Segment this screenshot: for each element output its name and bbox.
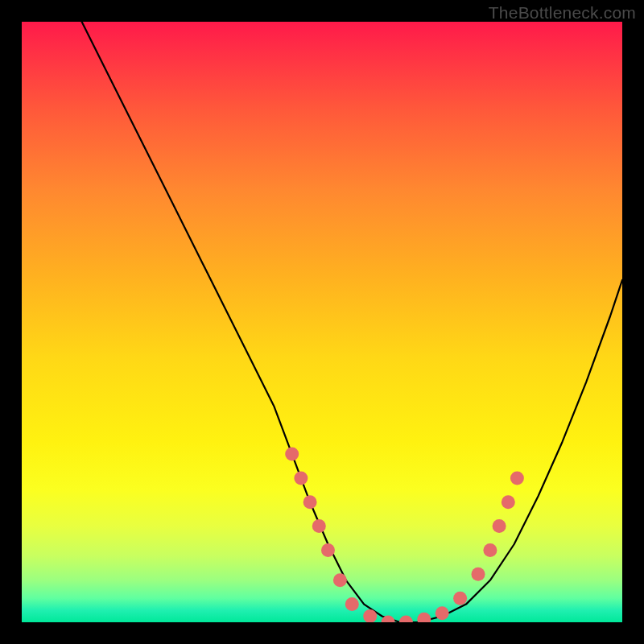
highlighted-markers bbox=[285, 448, 524, 622]
curve-marker bbox=[312, 519, 326, 533]
curve-marker bbox=[436, 606, 449, 620]
curve-marker bbox=[294, 472, 308, 485]
curve-marker bbox=[502, 495, 515, 509]
curve-marker bbox=[417, 613, 431, 622]
curve-marker bbox=[321, 543, 335, 557]
curve-marker bbox=[285, 448, 299, 461]
bottleneck-curve-line bbox=[82, 22, 622, 622]
watermark-text: TheBottleneck.com bbox=[489, 3, 636, 23]
curve-marker bbox=[333, 573, 347, 587]
curve-marker bbox=[483, 543, 497, 557]
curve-marker bbox=[345, 597, 359, 611]
curve-marker bbox=[510, 472, 524, 485]
curve-marker bbox=[472, 568, 485, 581]
curve-marker bbox=[493, 519, 506, 533]
curve-layer bbox=[22, 22, 622, 622]
curve-marker bbox=[303, 495, 317, 509]
curve-marker bbox=[453, 592, 467, 605]
curve-marker bbox=[399, 616, 413, 623]
bottleneck-plot bbox=[22, 22, 622, 622]
